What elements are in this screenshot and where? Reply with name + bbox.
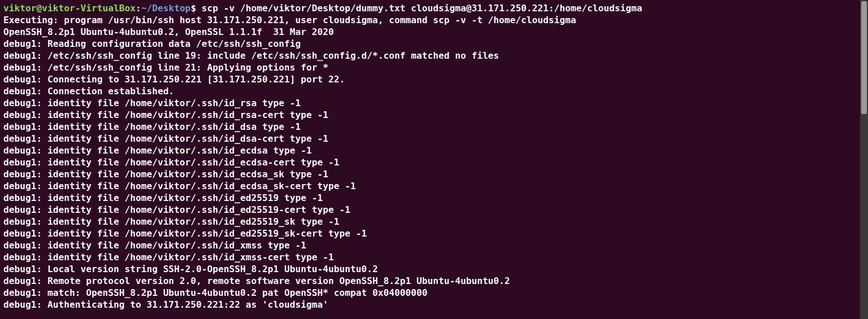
scrollbar-track[interactable]: [860, 0, 868, 319]
terminal-line: debug1: identity file /home/viktor/.ssh/…: [3, 133, 328, 144]
terminal-line: debug1: /etc/ssh/ssh_config line 21: App…: [3, 62, 328, 73]
prompt-dollar: $: [190, 3, 196, 14]
terminal-line: debug1: identity file /home/viktor/.ssh/…: [3, 145, 312, 156]
terminal-line: debug1: identity file /home/viktor/.ssh/…: [3, 157, 340, 168]
terminal-line: debug1: Connection established.: [3, 86, 174, 97]
terminal-line: debug1: identity file /home/viktor/.ssh/…: [3, 181, 356, 191]
scrollbar-thumb[interactable]: [861, 1, 867, 114]
terminal-line: debug1: identity file /home/viktor/.ssh/…: [3, 216, 340, 227]
terminal-line: debug1: identity file /home/viktor/.ssh/…: [3, 228, 367, 239]
terminal-line: debug1: identity file /home/viktor/.ssh/…: [3, 193, 323, 203]
terminal-line: debug1: identity file /home/viktor/.ssh/…: [3, 98, 301, 108]
terminal-line: debug1: identity file /home/viktor/.ssh/…: [3, 121, 301, 132]
terminal-line: debug1: identity file /home/viktor/.ssh/…: [3, 252, 334, 263]
terminal-line: debug1: identity file /home/viktor/.ssh/…: [3, 169, 328, 180]
terminal-line: debug1: Remote protocol version 2.0, rem…: [3, 276, 510, 286]
command-text: scp -v /home/viktor/Desktop/dummy.txt cl…: [196, 3, 642, 14]
terminal-line: Executing: program /usr/bin/ssh host 31.…: [3, 15, 576, 25]
terminal-line: debug1: identity file /home/viktor/.ssh/…: [3, 240, 306, 251]
prompt-path: ~/Desktop: [141, 3, 191, 14]
terminal-line: debug1: Connecting to 31.171.250.221 [31…: [3, 74, 345, 85]
prompt-colon: :: [136, 3, 141, 14]
prompt-line: viktor@viktor-VirtualBox:~/Desktop$ scp …: [3, 3, 643, 14]
terminal-line: OpenSSH_8.2p1 Ubuntu-4ubuntu0.2, OpenSSL…: [3, 27, 334, 37]
terminal-line: debug1: Reading configuration data /etc/…: [3, 38, 301, 49]
terminal-line: debug1: Authenticating to 31.171.250.221…: [3, 299, 328, 310]
terminal-line: debug1: Local version string SSH-2.0-Ope…: [3, 264, 378, 274]
terminal-output[interactable]: viktor@viktor-VirtualBox:~/Desktop$ scp …: [0, 0, 860, 319]
terminal-line: debug1: identity file /home/viktor/.ssh/…: [3, 204, 350, 215]
terminal-line: debug1: /etc/ssh/ssh_config line 19: inc…: [3, 50, 499, 61]
prompt-user-host: viktor@viktor-VirtualBox: [3, 3, 136, 14]
terminal-line: debug1: identity file /home/viktor/.ssh/…: [3, 110, 328, 120]
terminal-line: debug1: match: OpenSSH_8.2p1 Ubuntu-4ubu…: [3, 287, 427, 298]
